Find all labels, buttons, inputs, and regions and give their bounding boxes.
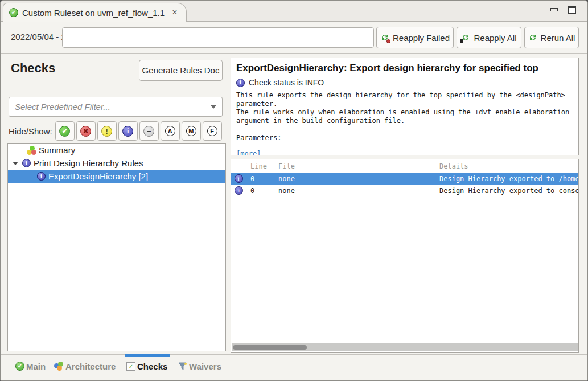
info-icon: i	[231, 186, 246, 195]
toggle-warning-button[interactable]: !	[97, 121, 117, 141]
refresh-all-icon	[461, 33, 470, 42]
checklist-icon: ✓	[126, 362, 135, 371]
generate-rules-doc-button[interactable]: Generate Rules Doc	[139, 60, 223, 81]
tab-custom-ruleset[interactable]: ✔ Custom Ruleset on uvm_ref_flow_1.1 ×	[3, 3, 187, 22]
tree-expander-icon[interactable]	[13, 162, 18, 165]
check-title: ExportDesignHierarchy: Export design hie…	[236, 63, 573, 74]
status-column-header	[231, 159, 246, 173]
tree-item-export-design-hierarchy[interactable]: i ExportDesignHierarchy [2]	[8, 170, 225, 183]
check-hits-table: Line File Details i 0 none Design Hierar…	[231, 159, 579, 353]
tab-main[interactable]: ✔ Main	[15, 355, 46, 378]
description-line: parameter.	[236, 100, 573, 108]
tab-architecture[interactable]: Architecture	[54, 355, 116, 378]
hide-show-label: Hide/Show:	[9, 126, 52, 136]
app-window: ✔ Custom Ruleset on uvm_ref_flow_1.1 × 2…	[0, 0, 588, 381]
scrollbar-thumb[interactable]	[233, 345, 307, 350]
checks-tree: Summary i Print Design Hierarchy Rules i…	[7, 143, 226, 351]
check-description-panel: ExportDesignHierarchy: Export design hie…	[231, 58, 579, 155]
tab-waivers[interactable]: Waivers	[178, 355, 221, 378]
page-title: Checks	[11, 61, 55, 76]
table-row[interactable]: i 0 none Design Hierarchy exported to /h…	[231, 173, 578, 185]
toggle-severity-a-button[interactable]: A	[161, 121, 180, 141]
view-tab-bar: ✔ Main Architecture ✓ Checks Waivers	[1, 354, 587, 378]
info-icon: i	[37, 172, 46, 181]
main-tab-icon: ✔	[15, 362, 24, 371]
run-toolbar: 2022/05/04 - 20:43 Reapply Failed Reappl…	[1, 22, 587, 54]
hide-show-row: Hide/Show: ✔ ✖ ! i − A M F	[9, 121, 222, 141]
tree-item-print-design-hierarchy-rules[interactable]: i Print Design Hierarchy Rules	[8, 157, 225, 170]
pass-icon: ✔	[59, 126, 70, 137]
description-line: argument in the build configuration file…	[236, 117, 573, 125]
funnel-icon	[178, 362, 187, 371]
info-icon: i	[236, 79, 245, 87]
tab-title: Custom Ruleset on uvm_ref_flow_1.1	[22, 8, 165, 18]
check-status-row: i Check status is INFO	[236, 78, 573, 87]
toolbar-text-input[interactable]	[62, 27, 374, 48]
toggle-pass-button[interactable]: ✔	[55, 121, 75, 141]
editor-tab-bar: ✔ Custom Ruleset on uvm_ref_flow_1.1 ×	[1, 1, 587, 22]
rerun-icon	[528, 33, 537, 42]
severity-a-icon: A	[165, 126, 175, 136]
file-column-header[interactable]: File	[274, 159, 435, 173]
check-status-text: Check status is INFO	[249, 78, 324, 87]
tab-close-icon[interactable]: ×	[172, 7, 177, 18]
tree-item-summary[interactable]: Summary	[8, 144, 225, 157]
description-line: This rule exports the design hierarchy f…	[236, 91, 573, 100]
predefined-filter-select[interactable]: Select Predefined Filter...	[9, 97, 223, 117]
disabled-icon: −	[143, 126, 154, 137]
info-icon: i	[122, 126, 133, 137]
toggle-severity-f-button[interactable]: F	[203, 121, 222, 141]
rerun-all-button[interactable]: Rerun All	[524, 27, 579, 48]
filter-placeholder: Select Predefined Filter...	[15, 102, 211, 112]
parameters-label: Parameters:	[236, 134, 573, 142]
toggle-severity-m-button[interactable]: M	[182, 121, 201, 141]
architecture-icon	[54, 362, 64, 371]
table-header-row: Line File Details	[231, 159, 578, 173]
chevron-down-icon	[211, 105, 216, 109]
toggle-fail-button[interactable]: ✖	[76, 121, 96, 141]
ruleset-status-icon: ✔	[9, 8, 18, 17]
info-icon: i	[22, 159, 31, 167]
tab-checks[interactable]: ✓ Checks	[126, 355, 167, 378]
severity-m-icon: M	[186, 126, 196, 136]
toggle-disabled-button[interactable]: −	[139, 121, 159, 141]
horizontal-scrollbar[interactable]	[232, 343, 578, 351]
severity-f-icon: F	[207, 126, 217, 136]
maximize-icon[interactable]	[568, 6, 576, 14]
minimize-icon[interactable]	[550, 8, 558, 11]
table-row[interactable]: i 0 none Design Hierarchy exported to co…	[231, 185, 578, 196]
summary-icon	[27, 146, 36, 155]
toggle-info-button[interactable]: i	[118, 121, 138, 141]
description-line: The rule works only when elaboration is …	[236, 108, 573, 117]
refresh-failed-icon	[380, 33, 389, 42]
more-link[interactable]: [more]	[236, 150, 261, 155]
fail-icon: ✖	[80, 126, 91, 137]
info-icon: i	[231, 173, 246, 185]
line-column-header[interactable]: Line	[246, 159, 274, 173]
details-column-header[interactable]: Details	[435, 159, 578, 173]
reapply-failed-button[interactable]: Reapply Failed	[376, 27, 454, 48]
reapply-all-button[interactable]: Reapply All	[457, 27, 521, 48]
warning-icon: !	[101, 126, 112, 137]
